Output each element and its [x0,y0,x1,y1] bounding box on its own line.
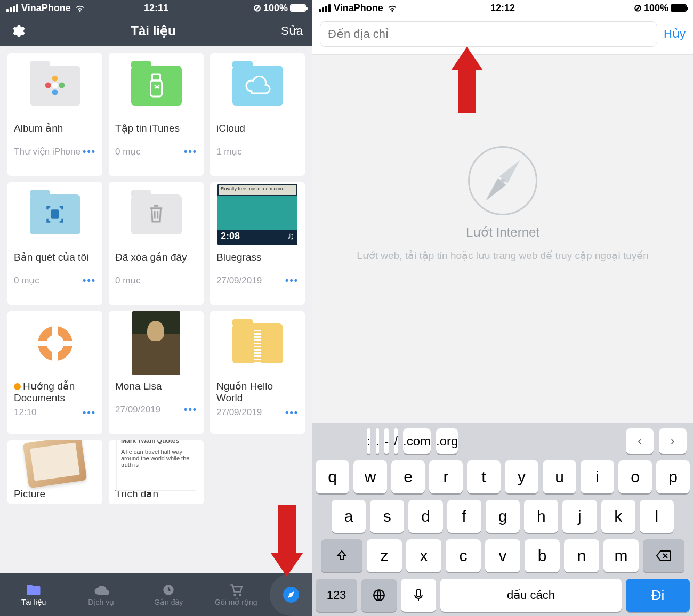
key-dash[interactable]: - [384,428,389,454]
key-123[interactable]: 123 [316,579,357,612]
tile-album[interactable]: Album ảnh Thư viện iPhone••• [7,53,102,176]
key-slash[interactable]: / [394,428,398,454]
more-icon[interactable]: ••• [83,146,96,157]
tile-scans[interactable]: Bản quét của tôi 0 mục••• [7,182,102,305]
tile-sub: 1 mục [216,146,242,157]
key-n[interactable]: n [564,539,599,572]
battery-icon [290,4,306,12]
svg-point-3 [45,83,51,88]
key-mic[interactable] [401,579,436,612]
tab-addons[interactable]: Gói mở rộng [203,573,270,616]
key-l[interactable]: l [640,500,674,533]
more-icon[interactable]: ••• [83,407,96,418]
key-r[interactable]: r [429,460,463,493]
shift-icon [335,549,348,562]
tile-title: Nguồn Hello World [210,375,305,404]
tab-recent[interactable]: Gần đây [135,573,203,616]
key-j[interactable]: j [562,500,597,533]
tile-title: Đã xóa gần đây [109,246,204,272]
tile-quotes[interactable]: Mark Twain QuotesA lie can travel half w… [109,440,204,504]
tile-sub: 0 mục [14,275,39,286]
key-u[interactable]: u [543,460,576,493]
empty-title: Lướt Internet [466,225,539,240]
key-a[interactable]: a [332,500,366,533]
key-colon[interactable]: : [367,428,370,454]
key-t[interactable]: t [467,460,501,493]
keyboard: : . - / .com .org ‹ › q w e r t y u i o … [312,423,693,616]
tile-icloud[interactable]: iCloud 1 mục [210,53,305,176]
trash-icon [147,204,165,225]
key-e[interactable]: e [391,460,425,493]
svg-point-9 [233,594,236,596]
svg-point-2 [52,89,58,95]
key-space[interactable]: dấu cách [440,579,622,612]
more-icon[interactable]: ••• [285,407,299,418]
cancel-button[interactable]: Hủy [664,27,686,41]
key-c[interactable]: c [446,539,481,572]
key-shift[interactable] [321,539,362,572]
orientation-lock-icon: ⊘ [634,2,642,14]
tile-trash[interactable]: Đã xóa gần đây 0 mục [109,182,204,305]
more-icon[interactable]: ••• [184,404,197,415]
key-q[interactable]: q [316,460,349,493]
tab-documents[interactable]: Tài liệu [0,573,68,616]
key-i[interactable]: i [581,460,614,493]
key-v[interactable]: v [485,539,520,572]
more-icon[interactable]: ••• [83,275,96,286]
tile-itunes[interactable]: Tập tin iTunes 0 mục••• [109,53,204,176]
tab-browser[interactable] [270,573,312,616]
svg-rect-7 [51,209,59,219]
video-duration: 2:08 [221,231,240,242]
svg-point-1 [52,76,58,82]
page-title: Tài liệu [131,23,175,38]
key-o[interactable]: o [618,460,652,493]
status-bar-right: VinaPhone 12:12 ⊘ 100% [312,0,693,16]
svg-rect-5 [152,74,160,80]
key-m[interactable]: m [603,539,639,572]
key-period[interactable]: . [376,428,380,454]
tile-helloworld[interactable]: Nguồn Hello World 27/09/2019••• [210,311,305,434]
key-s[interactable]: s [370,500,404,533]
key-org[interactable]: .org [436,428,458,454]
unread-dot-icon [14,383,21,390]
key-p[interactable]: p [656,460,690,493]
cloud-icon [244,76,271,94]
key-w[interactable]: w [353,460,387,493]
key-b[interactable]: b [525,539,560,572]
globe-icon [372,588,386,602]
key-h[interactable]: h [524,500,558,533]
gear-icon[interactable] [10,23,26,39]
scan-icon [44,203,66,225]
tile-title: Album ảnh [7,117,102,143]
tile-guide[interactable]: Hướng dẫn Documents 12:10••• [7,311,102,434]
key-g[interactable]: g [486,500,520,533]
key-go[interactable]: Đi [626,579,690,612]
key-next[interactable]: › [659,428,687,454]
key-prev[interactable]: ‹ [626,428,654,454]
more-icon[interactable]: ••• [285,275,299,286]
key-z[interactable]: z [367,539,402,572]
key-d[interactable]: d [408,500,442,533]
key-com[interactable]: .com [403,428,431,454]
key-f[interactable]: f [447,500,481,533]
tile-title: Mona Lisa [109,375,204,401]
tile-bluegrass[interactable]: Royalty free music room.com2:08♫ Bluegra… [210,182,305,305]
key-k[interactable]: k [601,500,635,533]
edit-button[interactable]: Sửa [281,24,303,38]
video-thumb: Royalty free music room.com2:08♫ [217,184,297,245]
tab-services[interactable]: Dịch vụ [68,573,135,616]
key-x[interactable]: x [406,539,441,572]
signal-icon [319,4,331,12]
tile-sub: 27/09/2019 [216,275,262,286]
key-backspace[interactable] [643,539,684,572]
address-input[interactable] [320,21,657,47]
more-icon[interactable]: ••• [184,146,197,157]
tab-bar: Tài liệu Dịch vụ Gần đây Gói mở rộng [0,573,312,616]
key-globe[interactable] [361,579,397,612]
tile-monalisa[interactable]: Mona Lisa 27/09/2019••• [109,311,204,434]
zip-icon [254,330,261,365]
battery-icon [671,4,687,12]
lifebuoy-icon [38,326,72,361]
key-y[interactable]: y [505,460,538,493]
tile-picture[interactable]: Picture [7,440,102,504]
